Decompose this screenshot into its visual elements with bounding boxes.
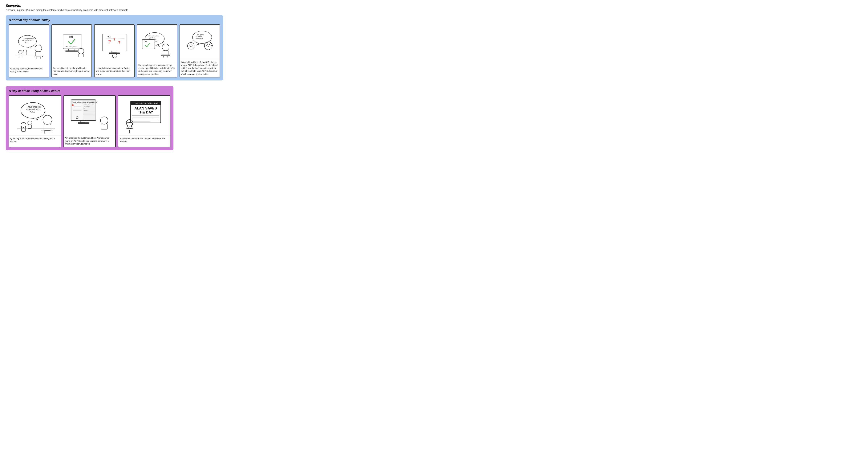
svg-point-48 xyxy=(209,44,210,45)
svg-rect-27 xyxy=(112,51,117,53)
svg-text:We got an: We got an xyxy=(197,34,204,36)
panels-row-2: I have problems with application X,Y,Z xyxy=(9,95,170,147)
svg-rect-66 xyxy=(28,125,31,128)
panel-4: I know there's a problem, but FMC tells … xyxy=(137,24,177,78)
svg-text:with application: with application xyxy=(26,108,40,110)
svg-rect-21 xyxy=(103,34,127,51)
svg-text:?: ? xyxy=(113,37,115,41)
svg-point-19 xyxy=(78,48,84,54)
storyboard-normal-day: A normal day at office Today I have prob… xyxy=(6,15,223,81)
svg-point-91 xyxy=(100,117,108,124)
svg-point-51 xyxy=(187,42,194,49)
svg-text:ALAN SAVES: ALAN SAVES xyxy=(134,106,157,110)
svg-text:FMC CLI DASHBOARD: FMC CLI DASHBOARD xyxy=(83,102,97,103)
storyboard2-title: A Day at office using AIOps Feature xyxy=(9,89,170,93)
svg-point-58 xyxy=(43,115,52,124)
scenario-title: Scenario: xyxy=(6,4,223,8)
panel-2-caption: Am checking internet firewall health mon… xyxy=(52,65,92,77)
svg-text:with application: with application xyxy=(22,40,33,41)
svg-rect-39 xyxy=(161,55,170,56)
svg-text:problem,: problem, xyxy=(149,37,155,39)
panel-6-image: I have problems with application X,Y,Z xyxy=(9,96,61,136)
svg-rect-16 xyxy=(65,51,78,52)
svg-text:...EKLUP...: ...EKLUP... xyxy=(83,110,88,111)
svg-text:?: ? xyxy=(108,39,111,44)
panel-7-caption: Am checking the system and here AIOps sa… xyxy=(64,135,116,147)
svg-text:X,Y,Z: X,Y,Z xyxy=(25,41,29,43)
svg-text:THE DAILY NETWORK NEWS: THE DAILY NETWORK NEWS xyxy=(135,102,158,104)
storyboard-aiops-day: A Day at office using AIOps Feature I ha… xyxy=(6,86,174,150)
panel-4-image: I know there's a problem, but FMC tells … xyxy=(137,25,177,62)
svg-text:ACP Rule: ACP Rule xyxy=(195,36,203,37)
svg-text:THE DAY: THE DAY xyxy=(138,110,153,114)
panel-7: AIOPS : Alerts Dashboard FMC CLI DASHBOA… xyxy=(63,95,116,147)
svg-rect-10 xyxy=(19,54,22,57)
svg-rect-12 xyxy=(24,52,26,55)
svg-rect-69 xyxy=(81,120,86,123)
scenario-section: Scenario: Network Engineer (Alan) is fac… xyxy=(6,4,223,11)
svg-point-53 xyxy=(191,45,192,45)
svg-text:I have problems: I have problems xyxy=(27,106,41,108)
svg-point-9 xyxy=(19,50,22,54)
panel-1-image: I have problems with application X,Y,Z xyxy=(9,25,49,66)
svg-rect-60 xyxy=(42,130,53,131)
panel-8-image: THE DAILY NETWORK NEWS ALAN SAVES THE DA… xyxy=(118,96,170,136)
svg-text:all is hunky donky: all is hunky donky xyxy=(65,46,76,48)
svg-text:FMC: FMC xyxy=(69,36,73,38)
panel-5: We got an ACP Rule problem!!! xyxy=(180,24,220,78)
svg-rect-70 xyxy=(78,123,89,123)
svg-point-63 xyxy=(21,122,26,127)
svg-text:FMC: FMC xyxy=(107,36,111,37)
svg-point-65 xyxy=(28,121,32,125)
svg-text:ere: ere xyxy=(83,108,85,109)
panel-4-caption: My expectation as a customer is the syst… xyxy=(137,62,177,77)
panel-3-caption: I need to be able to detect the faults a… xyxy=(95,65,134,77)
svg-text:X,Y,Z: X,Y,Z xyxy=(30,111,35,113)
svg-text:FMC: FMC xyxy=(145,41,147,42)
svg-point-4 xyxy=(35,45,42,52)
svg-text:I have problems: I have problems xyxy=(23,38,34,39)
svg-text:problem!!!: problem!!! xyxy=(196,38,203,40)
panel-6: I have problems with application X,Y,Z xyxy=(9,95,61,147)
panel-8: THE DAILY NETWORK NEWS ALAN SAVES THE DA… xyxy=(118,95,170,147)
svg-text:?: ? xyxy=(118,40,121,45)
svg-rect-6 xyxy=(34,56,42,57)
panel-3: FMC ? ? ? I need to be able to detect th… xyxy=(94,24,134,78)
svg-point-11 xyxy=(24,49,27,52)
svg-rect-28 xyxy=(109,53,120,53)
panel-2: FMC all is hunky donky Am checking inter… xyxy=(52,24,92,78)
svg-rect-92 xyxy=(101,124,107,129)
panel-1: I have problems with application X,Y,Z xyxy=(9,24,49,78)
svg-point-29 xyxy=(113,54,117,58)
storyboard1-title: A normal day at office Today xyxy=(9,18,220,22)
panel-6-caption: Quiet day at office, suddenly users call… xyxy=(9,136,61,147)
panels-row-1: I have problems with application X,Y,Z xyxy=(9,24,220,78)
panel-3-image: FMC ? ? ? xyxy=(95,25,134,65)
panel-5-image: We got an ACP Rule problem!!! xyxy=(180,25,220,59)
svg-rect-64 xyxy=(21,127,26,132)
panel-5-caption: I was told by Ryan (Support Engineer) we… xyxy=(180,59,220,77)
panel-8-caption: Alan solved the issue in a moment and us… xyxy=(118,136,170,147)
svg-point-52 xyxy=(189,45,190,45)
svg-text:I know there's a: I know there's a xyxy=(149,35,159,37)
svg-rect-35 xyxy=(142,39,155,49)
svg-rect-5 xyxy=(36,52,41,56)
svg-point-46 xyxy=(205,42,212,50)
panel-7-image: AIOPS : Alerts Dashboard FMC CLI DASHBOA… xyxy=(64,96,116,135)
svg-text:...UDP packet-tracer input: ...UDP packet-tracer input xyxy=(83,104,95,106)
svg-rect-59 xyxy=(44,124,51,131)
panel-2-image: FMC all is hunky donky xyxy=(52,25,92,65)
svg-rect-38 xyxy=(163,51,168,55)
svg-text:...254.1 www-: ...254.1 www- xyxy=(83,106,90,107)
scenario-description: Network Engineer (Alan) is facing the co… xyxy=(6,8,223,11)
svg-point-74 xyxy=(72,104,73,106)
svg-point-47 xyxy=(207,44,208,45)
svg-rect-15 xyxy=(69,49,75,51)
svg-point-37 xyxy=(162,44,169,51)
svg-rect-20 xyxy=(79,54,84,57)
panel-1-caption: Quiet day at office, suddenly users call… xyxy=(9,66,49,77)
